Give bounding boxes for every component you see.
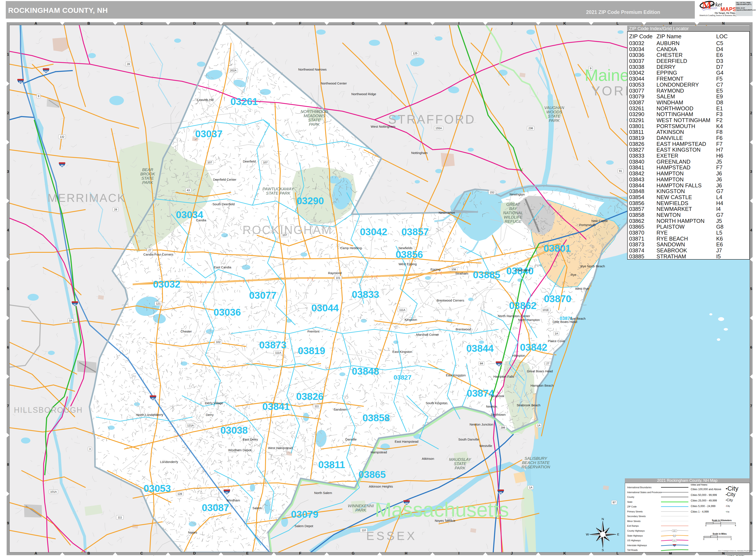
svg-text:J: J — [511, 551, 513, 555]
svg-text:95: 95 — [499, 491, 502, 494]
svg-text:A: A — [34, 551, 37, 555]
svg-text:84: 84 — [480, 362, 483, 365]
svg-text:Rye Beach: Rye Beach — [570, 317, 586, 320]
svg-text:93: 93 — [19, 81, 22, 84]
svg-text:PARK: PARK — [455, 466, 466, 470]
svg-text:125: 125 — [413, 52, 418, 55]
svg-text:03036: 03036 — [213, 307, 241, 318]
svg-text:B: B — [88, 22, 90, 26]
svg-text:STATE PARK: STATE PARK — [266, 191, 291, 196]
svg-text:4: 4 — [750, 228, 752, 232]
svg-text:Salem: Salem — [253, 506, 262, 510]
svg-text:43: 43 — [187, 188, 190, 192]
svg-text:G: G — [352, 22, 355, 26]
svg-text:H: H — [405, 551, 407, 555]
svg-text:Deerfield: Deerfield — [243, 160, 256, 163]
svg-text:152: 152 — [490, 191, 494, 194]
svg-text:03290: 03290 — [297, 195, 324, 206]
svg-text:6: 6 — [7, 345, 9, 349]
svg-text:Hampstead: Hampstead — [371, 450, 387, 454]
svg-text:Derry: Derry — [206, 413, 214, 417]
svg-text:93: 93 — [152, 397, 155, 400]
svg-text:VAUGHAN: VAUGHAN — [545, 105, 564, 110]
svg-text:STRAFFORD: STRAFFORD — [388, 112, 475, 126]
svg-text:03858: 03858 — [362, 412, 390, 423]
svg-text:NATIONAL: NATIONAL — [503, 211, 523, 215]
svg-text:2: 2 — [7, 111, 9, 115]
svg-text:393: 393 — [44, 70, 48, 73]
svg-text:RESERVATION: RESERVATION — [522, 465, 550, 469]
svg-text:Brentwood Corners: Brentwood Corners — [436, 299, 464, 302]
svg-text:5: 5 — [7, 287, 9, 291]
svg-text:111A: 111A — [399, 308, 405, 312]
svg-text:B: B — [88, 551, 90, 555]
svg-text:4: 4 — [735, 524, 736, 527]
svg-text:K: K — [563, 551, 566, 555]
svg-text:03874: 03874 — [467, 388, 494, 399]
svg-text:West Rye: West Rye — [575, 287, 589, 290]
svg-text:BEAR: BEAR — [142, 168, 153, 172]
svg-text:I: I — [458, 551, 459, 555]
svg-text:Portsmouth: Portsmouth — [579, 223, 596, 227]
svg-text:97: 97 — [613, 501, 616, 504]
svg-text:89: 89 — [61, 164, 64, 167]
svg-text:Windham: Windham — [226, 498, 240, 502]
svg-text:Epping: Epping — [430, 268, 440, 271]
svg-text:03842: 03842 — [520, 342, 547, 353]
svg-text:A: A — [34, 22, 37, 26]
svg-text:3: 3 — [750, 170, 752, 174]
svg-text:03032: 03032 — [153, 279, 180, 290]
svg-text:2: 2 — [750, 111, 752, 115]
svg-text:Smithtown: Smithtown — [491, 413, 506, 416]
svg-text:Newington: Newington — [510, 193, 525, 196]
svg-text:1: 1 — [717, 538, 718, 541]
svg-text:South Deerfield: South Deerfield — [212, 202, 234, 206]
svg-text:Leavitts Hill: Leavitts Hill — [197, 98, 214, 102]
svg-text:MEADOWS: MEADOWS — [304, 113, 325, 118]
svg-text:East Kingston: East Kingston — [392, 350, 412, 353]
svg-text:155A: 155A — [435, 127, 442, 130]
svg-text:03811: 03811 — [318, 459, 345, 470]
svg-text:0: 0 — [705, 524, 706, 527]
svg-text:03833: 03833 — [352, 289, 379, 300]
svg-text:PARK: PARK — [549, 118, 560, 123]
svg-text:111: 111 — [315, 405, 319, 408]
svg-text:D: D — [193, 551, 196, 555]
svg-text:STATE: STATE — [454, 461, 466, 466]
svg-text:101: 101 — [336, 276, 340, 279]
svg-text:ESSEX: ESSEX — [366, 529, 417, 543]
svg-text:03844: 03844 — [466, 343, 494, 354]
svg-text:03042: 03042 — [360, 226, 387, 237]
svg-text:3: 3 — [7, 170, 9, 174]
svg-text:Chester: Chester — [180, 329, 192, 333]
svg-text:9: 9 — [38, 95, 39, 98]
svg-text:North Hampton Center: North Hampton Center — [498, 314, 530, 318]
svg-text:Newfields: Newfields — [398, 246, 412, 250]
svg-text:03079: 03079 — [291, 509, 319, 520]
svg-text:Candia Four Corners: Candia Four Corners — [143, 252, 173, 256]
svg-text:Northwood Ridge: Northwood Ridge — [351, 92, 376, 96]
svg-text:8: 8 — [750, 462, 752, 466]
svg-text:D: D — [193, 22, 196, 26]
svg-text:BROOK: BROOK — [140, 172, 155, 176]
svg-text:107: 107 — [263, 161, 268, 164]
svg-text:Danville: Danville — [345, 438, 357, 441]
svg-text:03848: 03848 — [352, 366, 379, 377]
svg-text:On Target. On Time.: On Target. On Time. — [715, 11, 736, 14]
svg-text:North Hampton: North Hampton — [518, 318, 540, 322]
svg-text:7: 7 — [7, 404, 9, 408]
svg-text:Seabrook Beach: Seabrook Beach — [517, 403, 540, 407]
svg-text:9: 9 — [7, 521, 9, 525]
svg-text:03038: 03038 — [221, 425, 248, 436]
svg-text:East Candia: East Candia — [214, 266, 231, 269]
svg-text:03827: 03827 — [394, 374, 411, 381]
svg-text:03077: 03077 — [249, 290, 276, 301]
svg-text:102: 102 — [216, 341, 221, 344]
svg-text:5: 5 — [750, 287, 752, 291]
svg-text:Northwood Narrows: Northwood Narrows — [298, 68, 327, 71]
svg-text:03826: 03826 — [296, 391, 324, 402]
svg-text:03862: 03862 — [509, 300, 536, 311]
svg-text:03856: 03856 — [396, 249, 423, 260]
svg-text:123: 123 — [673, 530, 676, 532]
svg-text:WINNEKENNI: WINNEKENNI — [348, 503, 374, 508]
